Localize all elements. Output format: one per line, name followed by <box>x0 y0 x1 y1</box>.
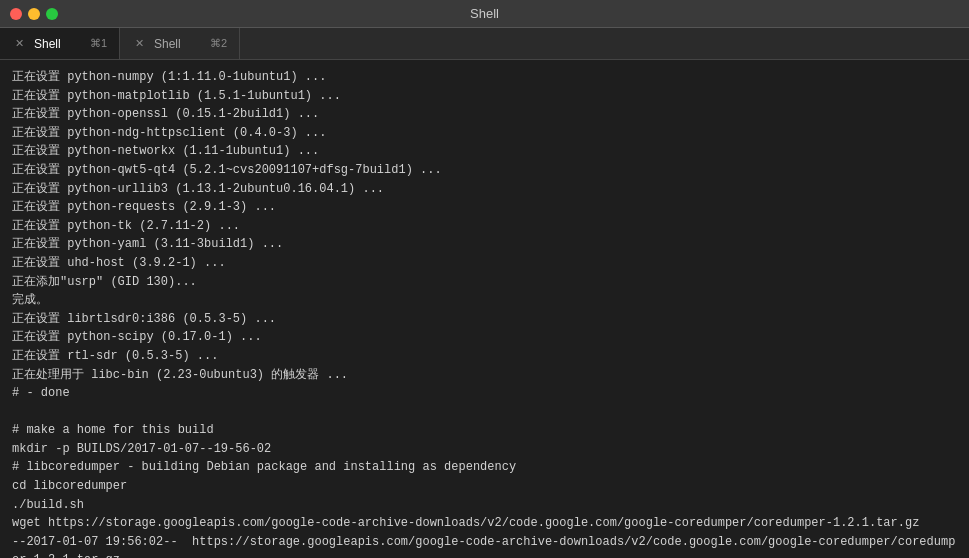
terminal-line: # libcoredumper - building Debian packag… <box>12 458 957 477</box>
terminal-line: wget https://storage.googleapis.com/goog… <box>12 514 957 533</box>
close-button[interactable] <box>10 8 22 20</box>
window-controls <box>10 8 58 20</box>
terminal-line: # - done <box>12 384 957 403</box>
terminal-line: mkdir -p BUILDS/2017-01-07--19-56-02 <box>12 440 957 459</box>
title-bar: Shell <box>0 0 969 28</box>
terminal-line: 正在设置 python-ndg-httpsclient (0.4.0-3) ..… <box>12 124 957 143</box>
terminal-line: 正在设置 python-qwt5-qt4 (5.2.1~cvs20091107+… <box>12 161 957 180</box>
terminal-line: 完成。 <box>12 291 957 310</box>
tab-tab1[interactable]: ✕Shell⌘1 <box>0 28 120 59</box>
terminal-line: 正在设置 python-networkx (1.11-1ubuntu1) ... <box>12 142 957 161</box>
terminal-content: 正在设置 python-numpy (1:1.11.0-1ubuntu1) ..… <box>0 60 969 558</box>
terminal-line: 正在设置 python-scipy (0.17.0-1) ... <box>12 328 957 347</box>
terminal-line: 正在添加"usrp" (GID 130)... <box>12 273 957 292</box>
terminal-line: 正在设置 python-matplotlib (1.5.1-1ubuntu1) … <box>12 87 957 106</box>
terminal-line: 正在设置 librtlsdr0:i386 (0.5.3-5) ... <box>12 310 957 329</box>
tab-label-tab2: Shell <box>154 37 181 51</box>
terminal-line: 正在设置 python-numpy (1:1.11.0-1ubuntu1) ..… <box>12 68 957 87</box>
terminal-line: cd libcoredumper <box>12 477 957 496</box>
tab-label-tab1: Shell <box>34 37 61 51</box>
tab-shortcut-tab2: ⌘2 <box>210 37 227 50</box>
maximize-button[interactable] <box>46 8 58 20</box>
terminal-line: 正在设置 python-urllib3 (1.13.1-2ubuntu0.16.… <box>12 180 957 199</box>
terminal-line: 正在设置 uhd-host (3.9.2-1) ... <box>12 254 957 273</box>
terminal-line: # make a home for this build <box>12 421 957 440</box>
tab-close-tab1[interactable]: ✕ <box>12 37 26 51</box>
tab-tab2[interactable]: ✕Shell⌘2 <box>120 28 240 59</box>
terminal-line: 正在设置 python-tk (2.7.11-2) ... <box>12 217 957 236</box>
terminal-line <box>12 403 957 422</box>
window-title: Shell <box>470 6 499 21</box>
terminal-line: ./build.sh <box>12 496 957 515</box>
minimize-button[interactable] <box>28 8 40 20</box>
terminal-line: 正在设置 rtl-sdr (0.5.3-5) ... <box>12 347 957 366</box>
tab-shortcut-tab1: ⌘1 <box>90 37 107 50</box>
tab-close-tab2[interactable]: ✕ <box>132 37 146 51</box>
terminal-line: 正在设置 python-openssl (0.15.1-2build1) ... <box>12 105 957 124</box>
tab-bar: ✕Shell⌘1✕Shell⌘2 <box>0 28 969 60</box>
terminal-line: --2017-01-07 19:56:02-- https://storage.… <box>12 533 957 558</box>
terminal-line: 正在设置 python-requests (2.9.1-3) ... <box>12 198 957 217</box>
terminal-line: 正在处理用于 libc-bin (2.23-0ubuntu3) 的触发器 ... <box>12 366 957 385</box>
terminal-line: 正在设置 python-yaml (3.11-3build1) ... <box>12 235 957 254</box>
